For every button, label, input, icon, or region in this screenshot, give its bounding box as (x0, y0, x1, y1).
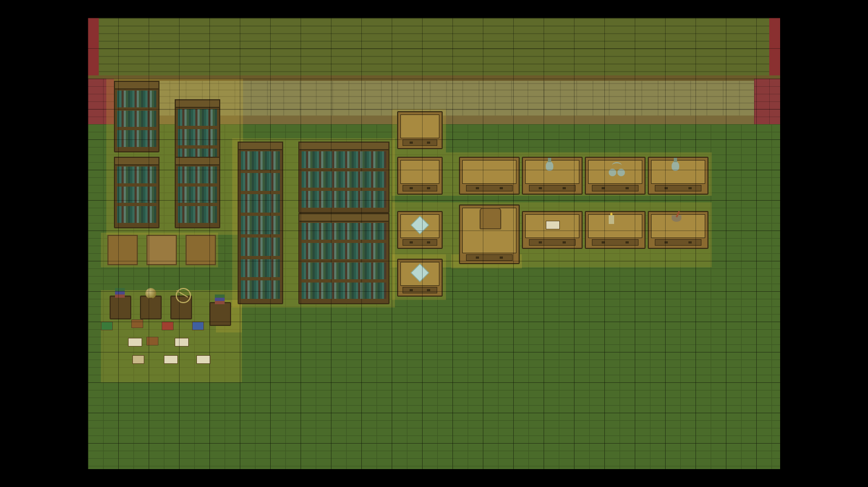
book-open-icon (546, 221, 560, 229)
desk-r1-2[interactable] (459, 157, 520, 195)
bookshelf-row (117, 91, 156, 107)
bookshelf-row (302, 171, 386, 188)
book-brown-2[interactable] (146, 337, 158, 345)
bookshelf-row (241, 280, 280, 299)
map-viewport[interactable] (88, 18, 780, 469)
bookshelf-row (117, 111, 156, 127)
book-red[interactable] (162, 322, 174, 330)
desk-drawer (592, 239, 639, 246)
pedestal-books[interactable] (110, 296, 131, 319)
bookshelf-row (241, 194, 280, 213)
bookshelf-row (302, 191, 386, 208)
desk-top-1[interactable] (397, 111, 443, 149)
potion-icon (546, 161, 553, 171)
bookshelf-d1[interactable] (298, 142, 390, 213)
book-blue[interactable] (192, 322, 204, 330)
book-open-2[interactable] (175, 338, 189, 347)
pedestal-books-2[interactable] (209, 302, 231, 326)
bookshelf-b1[interactable] (114, 157, 159, 228)
desk-drawer (529, 185, 576, 191)
bookshelf-row (302, 283, 386, 299)
bookshelf-row (178, 129, 217, 146)
bookshelf-row (302, 243, 386, 260)
rug-small-1[interactable] (107, 235, 138, 265)
armillary-icon (176, 288, 191, 303)
book-stack-icon (215, 294, 225, 304)
book-green[interactable] (101, 322, 113, 330)
wall-trim (88, 75, 780, 81)
desk-drawer (592, 185, 639, 191)
book-open-4[interactable] (196, 355, 210, 364)
mortar-icon (672, 215, 681, 222)
bookshelf-row (178, 166, 217, 183)
desk-drawer (466, 185, 513, 191)
bookshelf-row (178, 109, 217, 126)
desk-drawer (403, 185, 437, 191)
bookshelf-row (302, 262, 386, 279)
rug-small-3[interactable] (186, 235, 216, 265)
bookshelf-a1[interactable] (114, 81, 159, 152)
candle-icon (609, 215, 614, 224)
potion-icon (672, 161, 679, 171)
bookshelf-row (178, 206, 217, 223)
desk-drawer (403, 139, 437, 146)
book-stack-icon (115, 288, 125, 298)
desk-drawer (466, 254, 513, 261)
bookshelf-row (241, 173, 280, 191)
roof-layer (88, 18, 780, 79)
book-brown-1[interactable] (131, 319, 143, 328)
book-open-3[interactable] (164, 355, 178, 364)
alembic-icon (609, 161, 625, 176)
bookshelf-row (241, 259, 280, 278)
bookshelf-row (241, 151, 280, 170)
wall-red-right (754, 79, 780, 124)
bookshelf-d2[interactable] (298, 213, 390, 304)
desk-drawer (655, 185, 701, 191)
wall-red-left (88, 79, 114, 124)
tilemap[interactable] (88, 18, 780, 469)
rug-small-2[interactable] (146, 235, 177, 265)
bookshelf-b2[interactable] (175, 157, 220, 228)
desk-r2-3[interactable] (522, 211, 583, 249)
bookshelf-row (117, 206, 156, 223)
chair-icon (480, 208, 501, 229)
desk-r1-1[interactable] (397, 157, 443, 195)
bookshelf-row (117, 166, 156, 183)
desk-r2-4[interactable] (585, 211, 646, 249)
bookshelf-row (302, 151, 386, 168)
bookshelf-row (241, 238, 280, 256)
bookshelf-row (117, 130, 156, 147)
desk-drawer (529, 239, 576, 246)
globe-icon (145, 288, 156, 299)
roof-edge-left (88, 18, 99, 79)
bookshelf-row (178, 187, 217, 203)
desk-drawer (655, 239, 701, 246)
bookshelf-c1[interactable] (238, 142, 283, 304)
book-flat-1[interactable] (132, 355, 144, 364)
bookshelf-row (117, 187, 156, 203)
bookshelf-row (302, 223, 386, 240)
book-open-1[interactable] (128, 338, 142, 347)
bookshelf-row (241, 216, 280, 234)
desk-drawer (403, 239, 437, 246)
desk-drawer (403, 287, 437, 293)
roof-edge-right (769, 18, 780, 79)
